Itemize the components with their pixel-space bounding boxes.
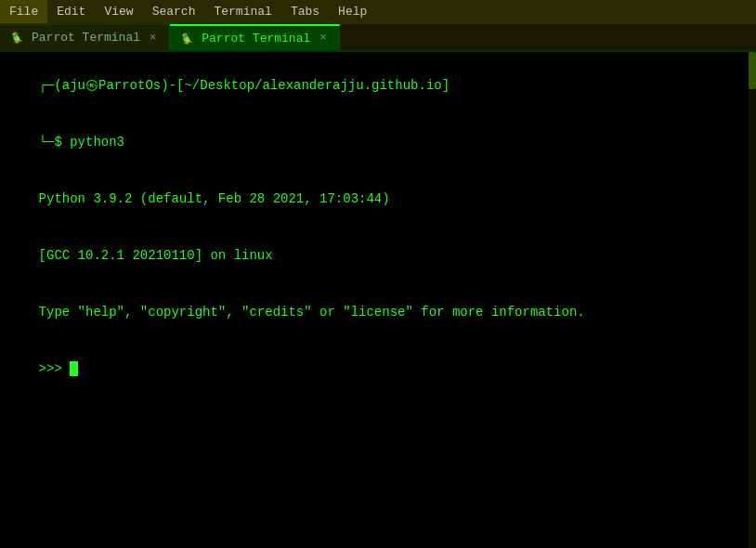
tab1-icon: 🦜	[11, 32, 24, 44]
menu-search[interactable]: Search	[143, 0, 205, 23]
tab2-icon: 🦜	[181, 33, 194, 45]
gcc-line: [GCC 10.2.1 20210110] on linux	[39, 248, 273, 263]
terminal-output: ┌─(aju㉿ParrotOs)-[~/Desktop/alexanderajj…	[7, 58, 749, 397]
menu-file[interactable]: File	[0, 0, 47, 23]
tab1-label: Parrot Terminal	[32, 31, 140, 45]
prompt-command-line: └─$ python3	[39, 135, 124, 150]
menubar: File Edit View Search Terminal Tabs Help	[0, 0, 756, 24]
menu-terminal[interactable]: Terminal	[204, 0, 280, 23]
repl-prompt: >>>	[39, 361, 71, 376]
scrollbar-thumb[interactable]	[749, 52, 756, 89]
menu-edit[interactable]: Edit	[47, 0, 95, 23]
tab2-label: Parrot Terminal	[202, 32, 310, 46]
menu-tabs[interactable]: Tabs	[281, 0, 329, 23]
tab2-close[interactable]: ×	[318, 32, 328, 45]
python-version-line: Python 3.9.2 (default, Feb 28 2021, 17:0…	[39, 191, 390, 206]
scrollbar-track[interactable]	[749, 52, 756, 548]
tab1-close[interactable]: ×	[148, 32, 158, 45]
tab-2[interactable]: 🦜 Parrot Terminal ×	[170, 24, 340, 50]
cursor	[70, 361, 78, 376]
prompt-prefix-line: ┌─(aju㉿ParrotOs)-[~/Desktop/alexanderajj…	[39, 78, 450, 93]
help-line: Type "help", "copyright", "credits" or "…	[39, 305, 585, 320]
menu-help[interactable]: Help	[329, 0, 376, 23]
tabbar: 🦜 Parrot Terminal × 🦜 Parrot Terminal ×	[0, 24, 756, 52]
terminal-area[interactable]: ┌─(aju㉿ParrotOs)-[~/Desktop/alexanderajj…	[0, 52, 756, 548]
tab-1[interactable]: 🦜 Parrot Terminal ×	[0, 24, 170, 50]
menu-view[interactable]: View	[95, 0, 142, 23]
